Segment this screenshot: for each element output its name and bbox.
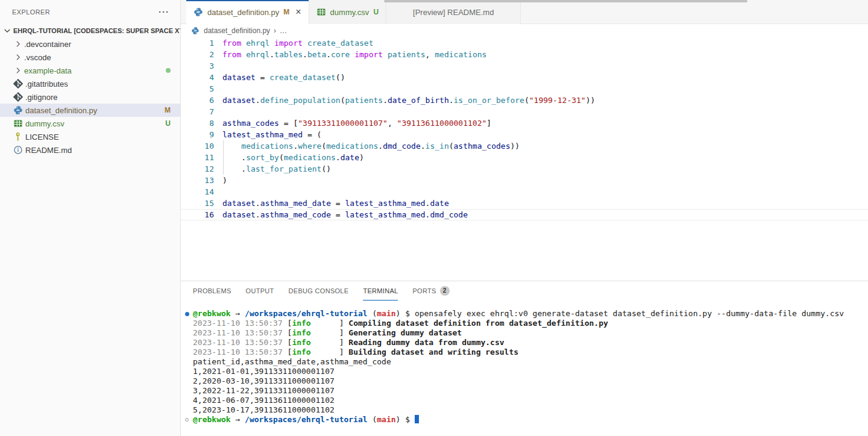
panel-tab-debug-console[interactable]: DEBUG CONSOLE — [289, 281, 349, 301]
code-line-5[interactable]: 5 — [181, 83, 868, 95]
terminal-line-10: 4,2021-06-07,39113611000001102 — [193, 396, 868, 405]
more-actions-icon[interactable]: ··· — [159, 9, 169, 15]
breadcrumb-separator-icon: › — [274, 26, 276, 35]
code-text: dataset.define_population(patients.date_… — [222, 95, 595, 106]
file-label: .gitattributes — [25, 79, 68, 89]
workspace-section-header[interactable]: EHRQL-TUTORIAL [CODESPACES: SUPER SPACE … — [0, 24, 180, 37]
license-icon — [13, 132, 25, 142]
tab-preview-readme-md[interactable]: [Preview] README.md — [386, 0, 521, 24]
code-line-1[interactable]: 1from ehrql import create_dataset — [181, 37, 868, 49]
code-line-9[interactable]: 9latest_asthma_med = ( — [181, 129, 868, 140]
panel-tab-label: PROBLEMS — [193, 287, 231, 294]
code-text: from ehrql import create_dataset — [222, 37, 373, 49]
tab-dataset-definition-py[interactable]: dataset_definition.pyM× — [186, 0, 309, 24]
explorer-title: EXPLORER — [12, 8, 50, 16]
explorer-item-gitattributes[interactable]: .gitattributes — [0, 77, 180, 90]
file-label: LICENSE — [25, 132, 59, 142]
line-number: 3 — [181, 60, 214, 72]
line-number: 10 — [181, 140, 214, 152]
workspace-title: EHRQL-TUTORIAL [CODESPACES: SUPER SPACE … — [13, 27, 180, 34]
terminal-line-6: patient_id,asthma_med_date,asthma_med_co… — [193, 357, 868, 367]
code-line-15[interactable]: 15dataset.asthma_med_date = latest_asthm… — [181, 198, 868, 209]
code-line-12[interactable]: 12 .last_for_patient() — [181, 163, 868, 175]
explorer-item-dataset-definition-py[interactable]: dataset_definition.pyM — [0, 104, 180, 117]
code-line-4[interactable]: 4dataset = create_dataset() — [181, 72, 868, 83]
terminal-line-4: 2023-11-10 13:50:37 [info ] Reading dumm… — [193, 338, 868, 347]
chevron-right-icon — [13, 66, 24, 75]
terminal-line-2: 2023-11-10 13:50:37 [info ] Compiling da… — [193, 319, 868, 328]
code-text: ) — [222, 175, 227, 186]
file-label: .vscode — [24, 53, 51, 62]
panel-tab-output[interactable]: OUTPUT — [246, 281, 274, 301]
code-text: medications.where(medications.dmd_code.i… — [222, 140, 520, 152]
explorer-item-dummy-csv[interactable]: dummy.csvU — [0, 117, 180, 130]
explorer-item-devcontainer[interactable]: .devcontainer — [0, 37, 180, 51]
line-number: 2 — [181, 49, 214, 60]
csv-icon — [13, 119, 25, 128]
line-number: 1 — [181, 37, 214, 49]
panel-tab-label: TERMINAL — [363, 287, 398, 294]
panel-tab-terminal[interactable]: TERMINAL — [363, 281, 398, 301]
terminal-cursor — [415, 415, 419, 423]
explorer-header: EXPLORER ··· — [0, 0, 180, 24]
code-line-13[interactable]: 13) — [181, 175, 868, 186]
line-number: 11 — [181, 152, 214, 163]
git-status-badge: M — [165, 106, 171, 114]
chevron-down-icon — [2, 26, 13, 36]
code-line-10[interactable]: 10 medications.where(medications.dmd_cod… — [181, 140, 868, 152]
code-line-11[interactable]: 11 .sort_by(medications.date) — [181, 152, 868, 163]
code-line-3[interactable]: 3 — [181, 60, 868, 72]
code-text: dataset.asthma_med_date = latest_asthma_… — [222, 198, 449, 209]
code-line-8[interactable]: 8asthma_codes = ["39113311000001107", "3… — [181, 117, 868, 129]
panel-tab-ports[interactable]: PORTS2 — [412, 281, 449, 301]
close-icon[interactable]: × — [295, 8, 301, 16]
line-number: 12 — [181, 163, 214, 175]
code-line-7[interactable]: 7 — [181, 106, 868, 117]
python-icon — [191, 26, 200, 35]
explorer-item-example-data[interactable]: example-data — [0, 64, 180, 77]
chevron-right-icon — [13, 52, 24, 62]
git-icon — [13, 79, 25, 89]
panel-tab-problems[interactable]: PROBLEMS — [193, 281, 231, 301]
tab-dummy-csv[interactable]: dummy.csvU — [309, 0, 386, 24]
code-text: asthma_codes = ["39113311000001107", "39… — [222, 117, 491, 129]
file-tree: .devcontainer.vscodeexample-data.gitattr… — [0, 37, 180, 157]
breadcrumb-file[interactable]: dataset_definition.py — [204, 26, 270, 35]
code-text: .sort_by(medications.date) — [222, 152, 364, 163]
breadcrumb-more[interactable]: … — [280, 26, 287, 35]
git-status-badge: U — [373, 8, 379, 16]
chevron-right-icon — [13, 39, 24, 49]
explorer-item-gitignore[interactable]: .gitignore — [0, 90, 180, 104]
line-number: 14 — [181, 186, 214, 198]
ports-count-badge: 2 — [440, 286, 450, 296]
code-text: from ehrql.tables.beta.core import patie… — [222, 49, 486, 60]
line-number: 6 — [181, 95, 214, 106]
code-line-6[interactable]: 6dataset.define_population(patients.date… — [181, 95, 868, 106]
panel-tab-label: PORTS — [412, 287, 436, 294]
terminal-line-12: @rebkwok → /workspaces/ehrql-tutorial (m… — [193, 415, 868, 425]
terminal[interactable]: @rebkwok → /workspaces/ehrql-tutorial (m… — [181, 301, 868, 425]
explorer-item-readme-md[interactable]: README.md — [0, 143, 180, 157]
file-label: dataset_definition.py — [25, 106, 97, 115]
tab-label: dummy.csv — [330, 8, 370, 17]
python-icon — [193, 7, 203, 17]
code-lines: 1from ehrql import create_dataset2from e… — [181, 37, 868, 220]
file-label: .devcontainer — [24, 40, 71, 49]
line-number: 5 — [181, 83, 214, 95]
explorer-item-vscode[interactable]: .vscode — [0, 51, 180, 64]
line-number: 13 — [181, 175, 214, 186]
terminal-line-5: 2023-11-10 13:50:37 [info ] Building dat… — [193, 347, 868, 357]
command-decoration-icon[interactable] — [185, 312, 189, 316]
command-decoration-icon[interactable] — [185, 418, 189, 422]
code-text: dataset = create_dataset() — [222, 72, 345, 83]
explorer-item-license[interactable]: LICENSE — [0, 130, 180, 143]
code-line-14[interactable]: 14 — [181, 186, 868, 198]
breadcrumb[interactable]: dataset_definition.py › … — [181, 24, 868, 37]
line-number: 7 — [181, 106, 214, 117]
untracked-dot-badge — [166, 68, 171, 73]
code-line-2[interactable]: 2from ehrql.tables.beta.core import pati… — [181, 49, 868, 60]
code-line-16[interactable]: 16dataset.asthma_med_code = latest_asthm… — [181, 209, 868, 220]
tab-scrollbar[interactable] — [384, 0, 747, 2]
panel-tab-bar: PROBLEMSOUTPUTDEBUG CONSOLETERMINALPORTS… — [181, 281, 868, 301]
code-editor[interactable]: 1from ehrql import create_dataset2from e… — [181, 37, 868, 281]
